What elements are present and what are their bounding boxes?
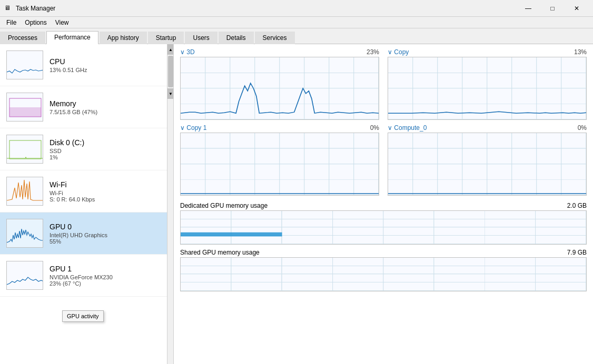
chart-compute0: ∨ Compute_0 0% (388, 124, 587, 196)
svg-rect-59 (181, 232, 282, 237)
disk-detail1: SSD (50, 148, 167, 154)
menubar: File Options View (0, 17, 593, 28)
tab-users[interactable]: Users (185, 32, 217, 44)
sidebar-item-memory[interactable]: Memory 7.5/15.8 GB (47%) (0, 86, 173, 128)
scrollbar-thumb[interactable] (168, 56, 173, 87)
cpu-thumbnail (6, 50, 43, 79)
gpu1-thumbnail (6, 261, 43, 290)
chart-copy1-header: ∨ Copy 1 0% (180, 124, 379, 132)
shared-memory-bar (180, 257, 587, 291)
sidebar-item-wifi[interactable]: Wi-Fi Wi-Fi S: 0 R: 64.0 Kbps (0, 170, 173, 213)
right-panel: ∨ 3D 23% (174, 44, 593, 364)
memory-name: Memory (50, 99, 167, 108)
chart-compute0-area (388, 133, 587, 196)
chart-copy1: ∨ Copy 1 0% (180, 124, 379, 196)
shared-memory-value: 7.9 GB (567, 249, 587, 256)
svg-rect-3 (9, 107, 41, 117)
gpu0-name: GPU 0 (50, 223, 167, 231)
cpu-info: CPU 13% 0.51 GHz (50, 57, 167, 73)
chart-copy1-area (180, 133, 379, 196)
chart-copy1-title[interactable]: ∨ Copy 1 (180, 124, 206, 132)
svg-rect-8 (7, 261, 43, 290)
disk-info: Disk 0 (C:) SSD 1% (50, 138, 167, 160)
dedicated-memory-value: 2.0 GB (567, 202, 587, 209)
wifi-name: Wi-Fi (50, 180, 167, 189)
gpu0-detail2: 55% (50, 238, 167, 245)
tabbar: Processes Performance App history Startu… (0, 28, 593, 44)
shared-memory-label: Shared GPU memory usage (180, 249, 260, 256)
chart-copy1-pct: 0% (370, 124, 379, 132)
scroll-up-button[interactable]: ▲ (167, 44, 174, 55)
svg-rect-4 (7, 135, 43, 164)
minimize-button[interactable]: — (516, 0, 540, 17)
chart-compute0-title[interactable]: ∨ Compute_0 (388, 124, 427, 132)
maximize-button[interactable]: □ (540, 0, 565, 17)
window-controls: — □ ✕ (516, 0, 589, 17)
sidebar-item-disk[interactable]: Disk 0 (C:) SSD 1% (0, 128, 173, 170)
sidebar-items: CPU 13% 0.51 GHz Memory 7.5/15.8 GB (47%… (0, 44, 173, 364)
dedicated-memory-header: Dedicated GPU memory usage 2.0 GB (180, 202, 587, 209)
chart-3d-header: ∨ 3D 23% (180, 48, 379, 56)
dedicated-memory-section: Dedicated GPU memory usage 2.0 GB (180, 202, 587, 245)
gpu0-detail1: Intel(R) UHD Graphics (50, 232, 167, 238)
chart-copy: ∨ Copy 13% (388, 48, 587, 120)
chart-compute0-header: ∨ Compute_0 0% (388, 124, 587, 132)
menu-view[interactable]: View (51, 18, 73, 27)
chart-copy-pct: 13% (574, 48, 587, 56)
chart-3d-pct: 23% (367, 48, 379, 56)
menu-file[interactable]: File (2, 18, 21, 27)
memory-thumbnail (6, 93, 43, 122)
chart-3d-area (180, 57, 379, 120)
gpu-activity-tooltip: GPU activity (62, 310, 104, 322)
gpu-charts-grid: ∨ 3D 23% (180, 48, 587, 196)
gpu1-detail2: 23% (67 °C) (50, 280, 167, 287)
tab-apphistory[interactable]: App history (100, 32, 147, 44)
titlebar: 🖥 Task Manager — □ ✕ (0, 0, 593, 17)
gpu1-name: GPU 1 (50, 265, 167, 273)
wifi-detail1: Wi-Fi (50, 190, 167, 196)
close-button[interactable]: ✕ (565, 0, 589, 17)
memory-info: Memory 7.5/15.8 GB (47%) (50, 99, 167, 115)
left-panel: CPU 13% 0.51 GHz Memory 7.5/15.8 GB (47%… (0, 44, 174, 364)
cpu-detail: 13% 0.51 GHz (50, 67, 167, 73)
chart-3d: ∨ 3D 23% (180, 48, 379, 120)
gpu0-thumbnail (6, 219, 43, 248)
memory-detail: 7.5/15.8 GB (47%) (50, 109, 167, 115)
sidebar-item-cpu[interactable]: CPU 13% 0.51 GHz (0, 44, 173, 86)
tab-performance[interactable]: Performance (46, 31, 98, 44)
chart-copy-title[interactable]: ∨ Copy (388, 48, 409, 56)
wifi-detail2: S: 0 R: 64.0 Kbps (50, 196, 167, 203)
scrollbar-track[interactable]: ▲ ▼ (167, 44, 173, 364)
sidebar-item-gpu1[interactable]: GPU 1 NVIDIA GeForce MX230 23% (67 °C) (0, 255, 173, 297)
tab-processes[interactable]: Processes (0, 32, 45, 44)
tab-startup[interactable]: Startup (148, 32, 184, 44)
chart-copy-header: ∨ Copy 13% (388, 48, 587, 56)
disk-thumbnail (6, 135, 43, 164)
svg-rect-0 (7, 51, 43, 79)
disk-name: Disk 0 (C:) (50, 138, 167, 147)
shared-memory-section: Shared GPU memory usage 7.9 GB (180, 249, 587, 291)
dedicated-memory-label: Dedicated GPU memory usage (180, 202, 268, 209)
dedicated-memory-bar (180, 210, 587, 245)
wifi-info: Wi-Fi Wi-Fi S: 0 R: 64.0 Kbps (50, 180, 167, 203)
chart-copy-area (388, 57, 587, 120)
gpu0-info: GPU 0 Intel(R) UHD Graphics 55% (50, 223, 167, 245)
disk-detail2: 1% (50, 154, 167, 160)
sidebar-item-gpu0[interactable]: GPU 0 Intel(R) UHD Graphics 55% GPU acti… (0, 213, 173, 255)
wifi-thumbnail (6, 177, 43, 206)
main-content: CPU 13% 0.51 GHz Memory 7.5/15.8 GB (47%… (0, 44, 593, 364)
shared-memory-header: Shared GPU memory usage 7.9 GB (180, 249, 587, 256)
gpu1-detail1: NVIDIA GeForce MX230 (50, 274, 167, 280)
tab-services[interactable]: Services (255, 32, 295, 44)
app-icon: 🖥 (4, 4, 13, 13)
menu-options[interactable]: Options (21, 18, 51, 27)
chart-3d-title[interactable]: ∨ 3D (180, 48, 195, 56)
tab-details[interactable]: Details (219, 32, 254, 44)
gpu1-info: GPU 1 NVIDIA GeForce MX230 23% (67 °C) (50, 265, 167, 287)
chart-compute0-pct: 0% (578, 124, 587, 132)
cpu-name: CPU (50, 57, 167, 66)
window-title: Task Manager (16, 5, 516, 12)
scroll-down-button[interactable]: ▼ (167, 88, 174, 99)
